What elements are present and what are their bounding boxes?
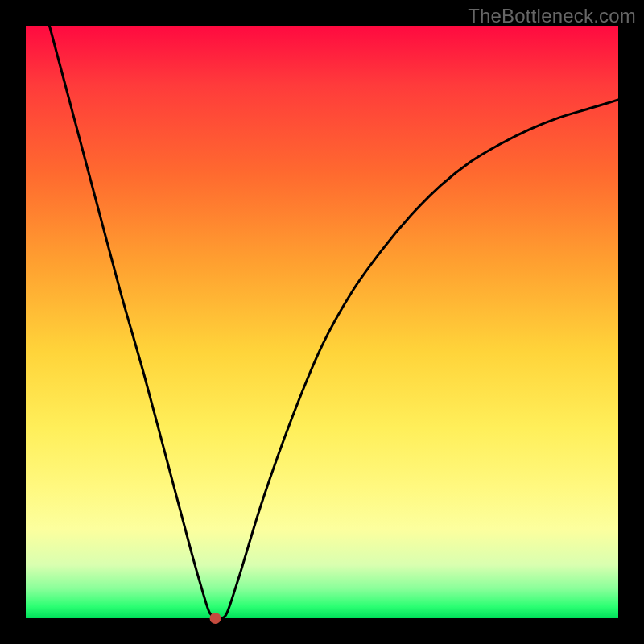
chart-frame: TheBottleneck.com: [0, 0, 644, 644]
watermark-text: TheBottleneck.com: [468, 5, 636, 27]
bottleneck-curve: [26, 26, 618, 618]
optimal-marker: [210, 613, 221, 624]
curve-path: [49, 26, 618, 619]
plot-area: [26, 26, 618, 618]
